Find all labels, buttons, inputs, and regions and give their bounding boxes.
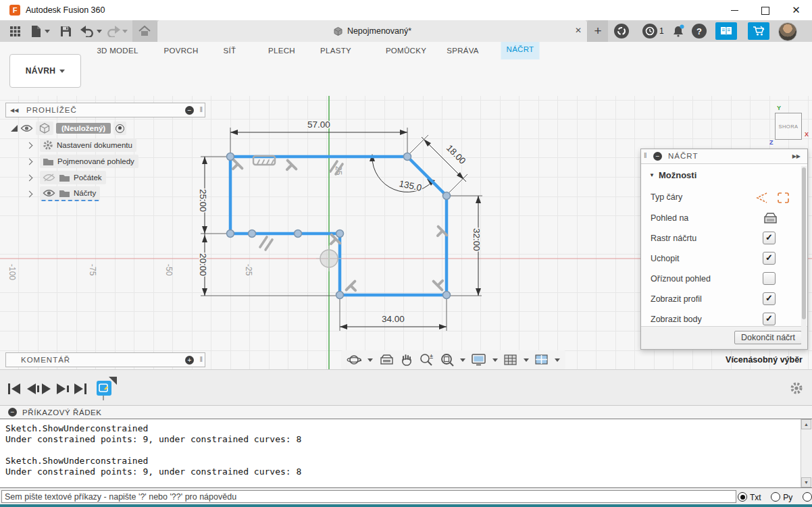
palette-header[interactable]: NÁČRT (641, 149, 807, 164)
viewports-caret[interactable] (555, 358, 560, 362)
store-cart-button[interactable] (748, 22, 769, 40)
finish-sketch-button[interactable]: Dokončit náčrt (734, 331, 802, 344)
timeline-marker-flag[interactable] (109, 377, 117, 385)
timeline-play-button[interactable] (42, 382, 51, 396)
grid-settings-caret[interactable] (524, 358, 529, 362)
zoom-window-caret[interactable] (460, 358, 465, 362)
timeline-go-to-end-button[interactable] (74, 382, 86, 396)
palette-section-options[interactable]: Možnosti (649, 170, 696, 180)
maximize-button[interactable] (750, 0, 780, 20)
display-settings-icon[interactable] (472, 354, 486, 366)
expander-open-icon[interactable] (11, 125, 18, 132)
orbit-icon[interactable] (347, 353, 361, 367)
minimize-button[interactable] (719, 0, 750, 20)
help-icon[interactable] (692, 24, 707, 38)
browser-minimize-icon[interactable] (185, 106, 194, 115)
tab-povrch[interactable]: POVRCH (158, 42, 203, 59)
timeline-go-to-start-button[interactable] (8, 382, 20, 396)
slice-checkbox[interactable] (763, 272, 776, 285)
snap-checkbox[interactable] (763, 252, 776, 265)
job-status-clock-icon[interactable] (642, 24, 657, 38)
visibility-eye-icon[interactable] (20, 124, 33, 132)
dim-top[interactable]: 57.00 (307, 119, 330, 130)
dim-diagonal[interactable]: 18.00 (445, 143, 468, 167)
app-grid-icon[interactable] (7, 20, 23, 42)
redo-icon[interactable] (106, 20, 121, 42)
tab-nacrt[interactable]: NÁČRT (501, 42, 540, 61)
palette-scrollbar[interactable] (801, 166, 807, 348)
palette-grip-icon[interactable] (644, 151, 647, 159)
tab-sit[interactable]: SÍŤ (218, 42, 242, 59)
visibility-eye-icon[interactable] (43, 189, 55, 197)
root-document-label[interactable]: (Neuložený) (56, 123, 111, 134)
document-tab-close-icon[interactable] (575, 26, 582, 35)
palette-minimize-icon[interactable] (653, 152, 662, 161)
show-points-checkbox[interactable] (763, 313, 776, 325)
expander-closed-icon[interactable] (26, 190, 33, 197)
dim-left-lower[interactable]: 20.00 (198, 253, 208, 276)
look-at-icon[interactable] (763, 212, 778, 224)
show-profile-checkbox[interactable] (763, 292, 776, 305)
home-view-button[interactable] (132, 20, 157, 42)
expander-closed-icon[interactable] (26, 142, 33, 149)
learning-panel-button[interactable] (715, 22, 737, 40)
display-settings-caret[interactable] (492, 358, 498, 362)
palette-expand-icon[interactable] (792, 153, 801, 159)
origin-marker[interactable] (316, 246, 342, 271)
browser-root-row[interactable]: (Neuložený) (11, 122, 126, 135)
sketch-profile[interactable] (230, 157, 447, 295)
redo-caret[interactable] (121, 20, 129, 42)
tab-plasty[interactable]: PLASTY (315, 42, 357, 59)
browser-item-named-views[interactable]: Pojmenované pohledy (27, 155, 138, 168)
activate-radio-icon[interactable] (116, 124, 124, 133)
undo-icon[interactable] (80, 20, 95, 42)
look-at-view-icon[interactable] (379, 354, 394, 366)
construction-line-icon[interactable] (755, 192, 769, 204)
tab-pomucky[interactable]: POMŮCKY (380, 42, 432, 59)
notifications-bell-icon[interactable] (670, 20, 686, 42)
timeline-step-forward-button[interactable] (57, 382, 69, 396)
command-input[interactable] (1, 490, 736, 503)
document-tab[interactable]: Nepojmenovaný* (157, 20, 588, 42)
browser-item-origin[interactable]: Počátek (27, 171, 106, 184)
scroll-down-icon[interactable] (801, 477, 811, 487)
tab-3d-model[interactable]: 3D MODEL (91, 42, 143, 59)
command-line-header[interactable]: PŘÍKAZOVÝ ŘÁDEK (0, 405, 812, 419)
dim-left-upper[interactable]: 25.00 (198, 189, 208, 212)
command-line-collapse-icon[interactable] (8, 408, 17, 417)
new-document-tab-button[interactable] (588, 20, 608, 42)
model-canvas[interactable]: -100 -75 -50 -25 25 (0, 96, 812, 369)
orbit-caret[interactable] (367, 358, 373, 362)
zoom-window-icon[interactable] (440, 353, 454, 367)
browser-panel-header[interactable]: PROHLÍŽEČ (5, 103, 205, 117)
extensions-icon[interactable] (614, 24, 629, 38)
mode-py-radio[interactable] (771, 492, 780, 502)
projected-geometry-icon[interactable] (776, 192, 791, 204)
tab-sprava[interactable]: SPRÁVA (441, 42, 484, 59)
constraint-glyphs[interactable] (229, 156, 447, 294)
timeline-step-back-button[interactable] (27, 382, 39, 396)
scroll-up-icon[interactable] (801, 419, 811, 429)
view-cube[interactable]: SHORA Y X Z (775, 113, 802, 140)
dim-right[interactable]: 32.00 (472, 228, 482, 251)
workspace-selector[interactable]: NÁVRH (9, 54, 81, 88)
comment-grip-icon[interactable] (199, 355, 203, 363)
undo-caret[interactable] (95, 20, 103, 42)
visibility-off-eye-icon[interactable] (43, 174, 55, 182)
console-scrollbar[interactable] (801, 419, 812, 487)
browser-item-sketches[interactable]: Náčrty (27, 187, 100, 201)
timeline-settings-gear-icon[interactable] (789, 381, 804, 396)
user-avatar[interactable] (778, 22, 797, 41)
dim-bottom[interactable]: 34.00 (382, 314, 405, 324)
save-icon[interactable] (58, 20, 73, 42)
browser-grip-icon[interactable] (199, 105, 203, 113)
pan-hand-icon[interactable] (400, 353, 413, 367)
viewports-icon[interactable] (535, 354, 549, 365)
tab-plech[interactable]: PLECH (263, 42, 301, 59)
expander-closed-icon[interactable] (26, 158, 33, 165)
timeline-sketch-feature[interactable] (97, 381, 111, 396)
grid-settings-icon[interactable] (504, 354, 517, 366)
file-menu-icon[interactable] (28, 20, 43, 42)
comment-bar[interactable]: KOMENTÁŘ (5, 352, 205, 367)
sketch-grid-checkbox[interactable] (763, 232, 776, 244)
